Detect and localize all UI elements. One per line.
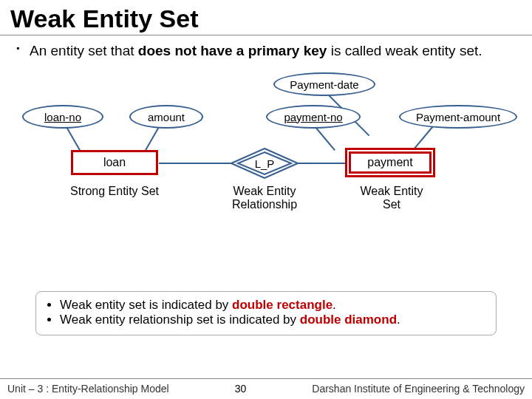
footer-institute: Darshan Institute of Engineering & Techn…	[312, 383, 525, 395]
def-bold: does not have a primary key	[138, 43, 327, 58]
entity-loan: loan	[71, 150, 158, 175]
note-2: Weak entity relationship set is indicate…	[60, 313, 485, 327]
note-1: Weak entity set is indicated by double r…	[60, 298, 485, 313]
relationship-lp-label: L_P	[231, 148, 299, 179]
def-pre: An entity set that	[30, 43, 138, 58]
caption-strong: Strong Entity Set	[68, 185, 161, 198]
relationship-lp: L_P	[231, 148, 299, 179]
attr-amount: amount	[129, 105, 203, 129]
entity-payment: payment	[345, 148, 435, 177]
er-diagram: loan-no amount Payment-date payment-no P…	[0, 66, 532, 233]
attr-payment-no: payment-no	[266, 105, 361, 129]
attr-loan-no: loan-no	[22, 105, 103, 129]
def-post: is called weak entity set.	[327, 43, 482, 58]
slide-title: Weak Entity Set	[0, 0, 532, 35]
entity-loan-label: loan	[103, 156, 126, 169]
footer-unit: Unit – 3 : Entity-Relationship Model	[7, 383, 169, 395]
attr-loan-no-label: loan-no	[44, 111, 81, 123]
attr-payment-amount: Payment-amount	[399, 105, 517, 129]
caption-weak-set: Weak Entity Set	[351, 185, 432, 211]
footer: Unit – 3 : Entity-Relationship Model 30 …	[0, 378, 532, 399]
attr-payment-date: Payment-date	[273, 72, 375, 96]
bullet-icon: ▪	[16, 43, 19, 53]
attr-amount-label: amount	[148, 111, 185, 123]
attr-payment-amount-label: Payment-amount	[416, 111, 500, 123]
attr-payment-no-label: payment-no	[284, 111, 342, 123]
notes-box: Weak entity set is indicated by double r…	[35, 291, 497, 335]
caption-weak-rel: Weak Entity Relationship	[222, 185, 307, 211]
definition-text: ▪ An entity set that does not have a pri…	[0, 35, 532, 59]
entity-payment-label: payment	[367, 156, 412, 169]
footer-page: 30	[169, 383, 313, 395]
attr-payment-date-label: Payment-date	[290, 78, 358, 91]
